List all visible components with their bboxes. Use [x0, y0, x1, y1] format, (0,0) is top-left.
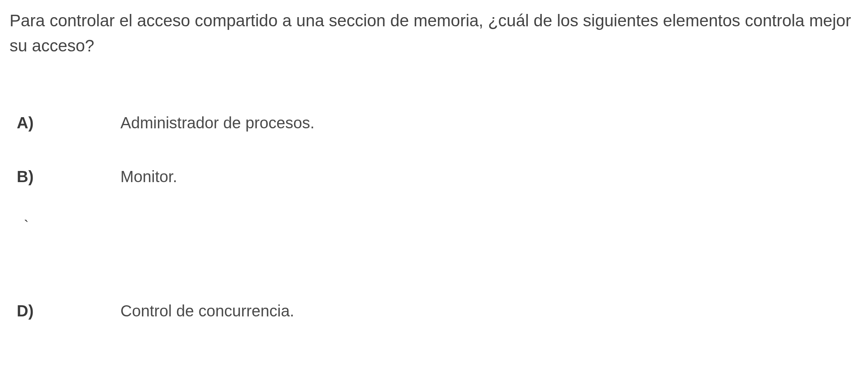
option-letter-b: B) [17, 168, 120, 186]
options-list: A) Administrador de procesos. B) Monitor… [10, 114, 858, 320]
option-d[interactable]: D) Control de concurrencia. [17, 302, 858, 320]
question-text: Para controlar el acceso compartido a un… [10, 8, 858, 58]
option-b[interactable]: B) Monitor. [17, 168, 858, 186]
option-letter-a: A) [17, 114, 120, 132]
option-text-d: Control de concurrencia. [120, 302, 294, 320]
option-text-a: Administrador de procesos. [120, 114, 315, 132]
option-letter-d: D) [17, 302, 120, 320]
option-a[interactable]: A) Administrador de procesos. [17, 114, 858, 132]
stray-mark: ` [24, 218, 858, 234]
option-text-b: Monitor. [120, 168, 177, 186]
